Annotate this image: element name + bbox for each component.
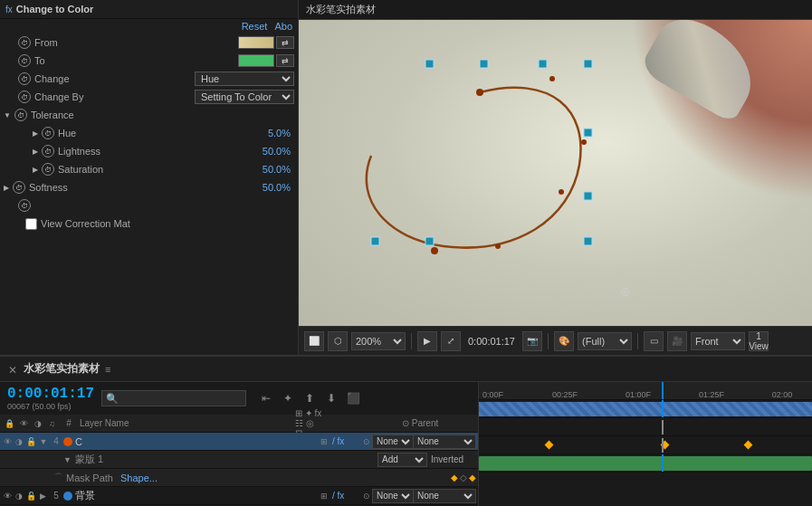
saturation-expand-icon[interactable]: ▶: [33, 166, 38, 174]
extra-icon-row: ⏱: [0, 196, 298, 215]
layer-color-dot[interactable]: [63, 492, 72, 501]
selection-handle[interactable]: [584, 237, 592, 245]
softness-expand-icon[interactable]: ▶: [4, 184, 9, 192]
fx-box-icon[interactable]: ⊞: [318, 435, 330, 448]
audio-col-icon[interactable]: ♫: [46, 417, 59, 430]
playhead[interactable]: [662, 382, 664, 399]
region-select-btn[interactable]: ⬜: [304, 331, 324, 351]
keyframe[interactable]: [544, 441, 553, 450]
layer-color-dot[interactable]: [63, 437, 72, 446]
view-select[interactable]: Front: [691, 332, 745, 350]
mask-curve-icon: ⌒: [54, 472, 62, 483]
softness-row[interactable]: ▶ ⏱ Softness 50.0%: [0, 178, 298, 196]
layer-mode-select[interactable]: None: [372, 434, 414, 449]
change-by-dropdown[interactable]: Setting To Color: [195, 90, 294, 104]
change-stopwatch-icon[interactable]: ⏱: [18, 72, 31, 85]
selection-handle[interactable]: [539, 60, 547, 68]
extra-stopwatch-icon[interactable]: ⏱: [18, 199, 31, 212]
layer-parent-select[interactable]: None: [413, 434, 476, 449]
color-wheel-btn[interactable]: 🎨: [554, 331, 574, 351]
change-dropdown[interactable]: Hue: [195, 72, 294, 86]
selection-handle[interactable]: [371, 237, 379, 245]
prev-keyframe-icon[interactable]: ◆: [451, 473, 458, 482]
collapse-icon[interactable]: ▼: [38, 435, 49, 448]
selection-handle[interactable]: [584, 60, 592, 68]
eye-icon[interactable]: 👁: [2, 490, 13, 502]
change-by-stopwatch-icon[interactable]: ⏱: [18, 91, 31, 103]
transform-btn[interactable]: ⤢: [441, 331, 461, 351]
quality-select[interactable]: (Full): [578, 332, 632, 350]
view-correction-checkbox[interactable]: [25, 218, 37, 230]
expand-icon[interactable]: ▼: [63, 455, 72, 464]
timeline-menu-icon[interactable]: ≡: [105, 364, 110, 375]
to-color-swatch[interactable]: [238, 54, 274, 67]
lock-icon[interactable]: 🔓: [26, 490, 37, 502]
solo-icon[interactable]: ◑: [14, 490, 24, 502]
fx-box-icon[interactable]: ⊞: [318, 490, 330, 502]
fx-slash-icon[interactable]: / fx: [332, 491, 344, 501]
softness-value[interactable]: 50.0%: [263, 182, 291, 193]
rect-btn[interactable]: ▭: [644, 331, 664, 351]
selection-handle[interactable]: [425, 60, 434, 68]
tolerance-stopwatch-icon[interactable]: ⏱: [14, 109, 27, 121]
solo-icon[interactable]: ◑: [14, 435, 24, 448]
camera-btn[interactable]: 📷: [522, 331, 542, 351]
reset-button[interactable]: Reset: [242, 21, 268, 32]
timeline-search[interactable]: [101, 390, 246, 406]
expand-icon[interactable]: ▶: [38, 490, 49, 502]
hue-value[interactable]: 5.0%: [268, 128, 291, 138]
from-color-arrow[interactable]: ⇄: [276, 36, 294, 49]
lightness-stopwatch-icon[interactable]: ⏱: [42, 145, 54, 158]
saturation-value[interactable]: 50.0%: [263, 164, 291, 175]
from-color-swatch[interactable]: [238, 36, 274, 49]
play-pause-btn[interactable]: ▶: [417, 331, 437, 351]
timeline-close-btn[interactable]: ✕: [7, 364, 18, 375]
selection-handle[interactable]: [584, 192, 592, 200]
abort-button[interactable]: Abo: [274, 21, 292, 32]
layer-name[interactable]: C: [75, 436, 318, 447]
selection-handle[interactable]: [425, 237, 434, 245]
lock-icon[interactable]: 🔓: [26, 435, 37, 448]
add-keyframe-icon[interactable]: ◇: [460, 473, 467, 482]
saturation-stopwatch-icon[interactable]: ⏱: [42, 163, 54, 176]
mask-path-value[interactable]: Shape...: [120, 473, 158, 483]
layer-name[interactable]: 背景: [75, 489, 318, 502]
control-point: [559, 189, 564, 195]
zoom-select[interactable]: 200%: [351, 332, 406, 350]
view-more-btn[interactable]: 1 View: [749, 331, 769, 351]
sublayer-mode-select[interactable]: Add: [377, 453, 427, 467]
eye-col-icon[interactable]: 👁: [18, 417, 31, 430]
control-point: [431, 247, 438, 254]
layers-column-headers: 🔒 👁 ◑ ♫ # Layer Name ⊞ ✦ fx ☷ ◎ ⊡ ⊙ Pare…: [0, 415, 478, 433]
hue-expand-icon[interactable]: ▶: [33, 129, 38, 138]
extract-icon[interactable]: ⬇: [322, 389, 340, 407]
monitor-btn[interactable]: ⬡: [328, 331, 348, 351]
add-marker-icon[interactable]: ✦: [279, 389, 297, 407]
to-stopwatch-icon[interactable]: ⏱: [18, 54, 31, 67]
lock-col-icon[interactable]: 🔒: [4, 417, 16, 430]
back-frame-icon[interactable]: ⇤: [257, 389, 275, 407]
ruler-mark-25: 00:25F: [552, 390, 578, 399]
selection-handle[interactable]: [480, 60, 488, 68]
current-time-display[interactable]: 0:00:01:17: [7, 386, 94, 402]
to-color-arrow[interactable]: ⇄: [276, 54, 294, 67]
lift-icon[interactable]: ⬆: [301, 389, 319, 407]
from-row: ⏱ From ⇄: [0, 33, 298, 52]
camera2-btn[interactable]: 🎥: [667, 331, 687, 351]
snap-icon[interactable]: ⬛: [344, 389, 362, 407]
hue-stopwatch-icon[interactable]: ⏱: [42, 127, 54, 139]
preview-title: 水彩笔实拍素材: [306, 3, 376, 16]
keyframe[interactable]: [744, 441, 753, 450]
layer-mode-select[interactable]: None: [372, 489, 414, 503]
tolerance-section[interactable]: ▼ ⏱ Tolerance: [0, 106, 298, 124]
next-keyframe-icon[interactable]: ◆: [469, 473, 476, 482]
selection-handle[interactable]: [584, 129, 592, 137]
fx-slash-icon[interactable]: / fx: [332, 436, 344, 446]
softness-stopwatch-icon[interactable]: ⏱: [13, 181, 25, 194]
lightness-value[interactable]: 50.0%: [263, 146, 291, 157]
eye-icon[interactable]: 👁: [2, 435, 13, 448]
layer-parent-select[interactable]: None: [413, 489, 476, 503]
lightness-expand-icon[interactable]: ▶: [33, 148, 38, 156]
from-stopwatch-icon[interactable]: ⏱: [18, 36, 31, 49]
solo-col-icon[interactable]: ◑: [32, 417, 44, 430]
